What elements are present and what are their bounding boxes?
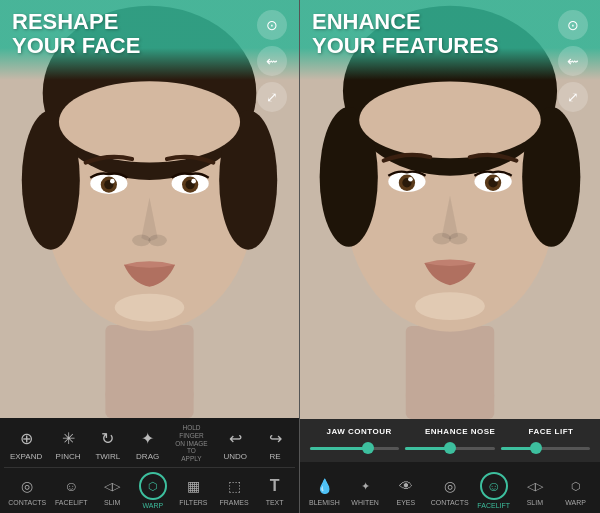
expand-icon: ⊕	[14, 426, 38, 450]
frames-icon: ⬚	[223, 475, 245, 497]
face-lift-slider[interactable]	[501, 442, 590, 454]
svg-point-35	[433, 233, 452, 245]
warp-active-circle: ⬡	[139, 472, 167, 500]
left-top-bar: RESHAPE YOUR FACE ⊙ ⇜ ⤢	[0, 0, 299, 122]
whiten-icon: ✦	[354, 475, 376, 497]
svg-point-18	[115, 294, 185, 322]
right-camera-button[interactable]: ⊙	[558, 10, 588, 40]
tool-hold-info: HOLD FINGERON IMAGE TOAPPLY	[173, 424, 209, 463]
face-lift-track	[501, 447, 590, 450]
tool-redo[interactable]: ↪ RE	[261, 426, 289, 461]
enhance-nose-thumb[interactable]	[444, 442, 456, 454]
svg-rect-2	[105, 325, 193, 418]
left-expand-button[interactable]: ⤢	[257, 82, 287, 112]
right-nav-contacts-label: CONTACTS	[431, 499, 469, 506]
contacts-icon: ◎	[16, 475, 38, 497]
filters-icon: ▦	[182, 475, 204, 497]
right-title-line2: YOUR FEATURES	[312, 34, 499, 58]
nav-contacts[interactable]: ◎ CONTACTS	[8, 475, 46, 506]
jaw-contour-slider[interactable]	[310, 442, 399, 454]
jaw-contour-thumb[interactable]	[362, 442, 374, 454]
right-nav-eyes-label: EYES	[397, 499, 416, 506]
text-icon: T	[264, 475, 286, 497]
nav-facelift-label: FACELIFT	[55, 499, 88, 506]
blemish-icon: 💧	[313, 475, 335, 497]
nav-facelift[interactable]: ☺ FACELIFT	[55, 475, 88, 506]
tool-twirl[interactable]: ↻ TWIRL	[94, 426, 122, 461]
right-nav-eyes[interactable]: 👁 EYES	[390, 475, 422, 506]
svg-point-36	[449, 233, 468, 245]
slim-icon: ◁▷	[101, 475, 123, 497]
nav-text-label: TEXT	[266, 499, 284, 506]
svg-point-16	[132, 235, 151, 247]
tool-drag[interactable]: ✦ DRAG	[134, 426, 162, 461]
tool-undo[interactable]: ↩ UNDO	[221, 426, 249, 461]
nav-frames[interactable]: ⬚ FRAMES	[218, 475, 250, 506]
redo-icon: ↪	[263, 426, 287, 450]
eyes-icon: 👁	[395, 475, 417, 497]
tool-expand-label: EXPAND	[10, 452, 42, 461]
right-nav-facelift-label: FACELIFT	[477, 502, 510, 509]
left-title-line1: RESHAPE	[12, 10, 140, 34]
nav-warp-label: WARP	[142, 502, 163, 509]
right-nav-contacts[interactable]: ◎ CONTACTS	[431, 475, 469, 506]
slider-labels-row: JAW CONTOUR ENHANCE NOSE FACE LIFT	[310, 427, 590, 436]
enhance-nose-label: ENHANCE NOSE	[425, 427, 495, 436]
left-camera-button[interactable]: ⊙	[257, 10, 287, 40]
right-share-button[interactable]: ⇜	[558, 46, 588, 76]
nav-text[interactable]: T TEXT	[259, 475, 291, 506]
nav-filters[interactable]: ▦ FILTERS	[177, 475, 209, 506]
right-slim-icon: ◁▷	[524, 475, 546, 497]
left-title: RESHAPE YOUR FACE	[12, 10, 140, 58]
enhance-nose-slider[interactable]	[405, 442, 494, 454]
face-lift-label: FACE LIFT	[529, 427, 574, 436]
svg-point-30	[408, 177, 413, 182]
enhance-nose-track	[405, 447, 494, 450]
right-nav-blemish[interactable]: 💧 BLEMISH	[308, 475, 340, 506]
left-share-button[interactable]: ⇜	[257, 46, 287, 76]
right-nav-warp-label: WARP	[565, 499, 586, 506]
tool-redo-label: RE	[270, 452, 281, 461]
tool-drag-label: DRAG	[136, 452, 159, 461]
tool-pinch[interactable]: ✳ PINCH	[54, 426, 82, 461]
svg-point-34	[494, 177, 499, 182]
tool-undo-label: UNDO	[224, 452, 248, 461]
tool-expand[interactable]: ⊕ EXPAND	[10, 426, 42, 461]
right-nav-slim-label: SLIM	[527, 499, 543, 506]
warp-icon: ⬡	[142, 475, 164, 497]
svg-point-11	[110, 179, 115, 184]
right-nav-whiten[interactable]: ✦ WHITEN	[349, 475, 381, 506]
right-expand-button[interactable]: ⤢	[558, 82, 588, 112]
right-nav-row: 💧 BLEMISH ✦ WHITEN 👁 EYES ◎ CONTACTS ☺ F…	[304, 468, 596, 509]
nav-filters-label: FILTERS	[179, 499, 207, 506]
right-nav-whiten-label: WHITEN	[351, 499, 379, 506]
face-lift-thumb[interactable]	[530, 442, 542, 454]
twirl-icon: ↻	[96, 426, 120, 450]
right-nav-slim[interactable]: ◁▷ SLIM	[519, 475, 551, 506]
right-contacts-icon: ◎	[439, 475, 461, 497]
tool-twirl-label: TWIRL	[95, 452, 120, 461]
svg-point-15	[191, 179, 196, 184]
svg-point-17	[148, 235, 167, 247]
left-bottom-toolbar: ⊕ EXPAND ✳ PINCH ↻ TWIRL ✦ DRAG HOLD FIN…	[0, 418, 299, 513]
right-panel: ENHANCE YOUR FEATURES ⊙ ⇜ ⤢	[300, 0, 600, 513]
right-facelift-icon: ☺	[483, 475, 505, 497]
jaw-contour-label: JAW CONTOUR	[327, 427, 392, 436]
jaw-contour-track	[310, 447, 399, 450]
right-nav-blemish-label: BLEMISH	[309, 499, 340, 506]
nav-slim-label: SLIM	[104, 499, 120, 506]
facelift-active-circle: ☺	[480, 472, 508, 500]
right-nav-warp[interactable]: ⬡ WARP	[560, 475, 592, 506]
pinch-icon: ✳	[56, 426, 80, 450]
nav-warp[interactable]: ⬡ WARP	[137, 472, 169, 509]
right-top-icons: ⊙ ⇜ ⤢	[558, 10, 588, 112]
facelift-icon: ☺	[60, 475, 82, 497]
left-top-icons: ⊙ ⇜ ⤢	[257, 10, 287, 112]
nav-slim[interactable]: ◁▷ SLIM	[96, 475, 128, 506]
right-nav-facelift[interactable]: ☺ FACELIFT	[477, 472, 510, 509]
nav-contacts-label: CONTACTS	[8, 499, 46, 506]
tool-pinch-label: PINCH	[56, 452, 81, 461]
jaw-contour-fill	[310, 447, 368, 450]
undo-icon: ↩	[223, 426, 247, 450]
right-warp-icon: ⬡	[565, 475, 587, 497]
